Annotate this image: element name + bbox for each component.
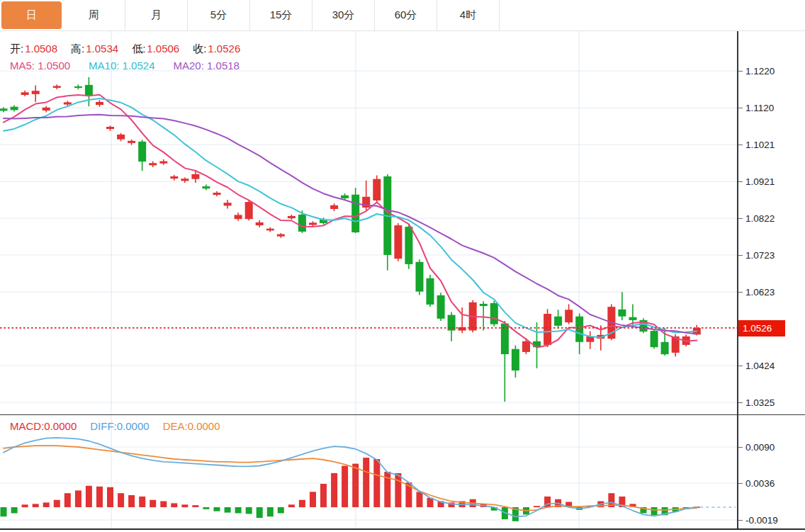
tab-30min[interactable]: 30分: [313, 0, 375, 30]
macd-panel[interactable]: MACD:0.0000 DIFF:0.0000 DEA:0.0000: [0, 414, 737, 529]
open-value: 开:1.0508: [10, 43, 57, 56]
tab-4hour[interactable]: 4时: [437, 0, 500, 30]
tick-mark: [738, 218, 743, 219]
price-tick: 1.1120: [738, 101, 774, 115]
macd-value: MACD:0.0000: [10, 420, 77, 432]
candlestick-chart[interactable]: [0, 31, 737, 414]
tab-15min[interactable]: 15分: [250, 0, 313, 30]
tab-month[interactable]: 月: [125, 0, 188, 30]
diff-value: DIFF:0.0000: [90, 420, 149, 432]
close-value: 收:1.0526: [193, 43, 240, 56]
macd-chart[interactable]: [0, 415, 737, 529]
dea-value: DEA:0.0000: [163, 420, 220, 432]
price-tick: 1.0822: [738, 211, 775, 225]
ohlc-legend: 开:1.0508 高:1.0534 低:1.0506 收:1.0526: [10, 43, 254, 56]
ma5-value: MA5: 1.0500: [10, 60, 70, 72]
tick-mark: [738, 292, 743, 293]
tick-mark: [738, 520, 743, 521]
timeframe-tab-bar: 日周月5分15分30分60分4时: [0, 0, 805, 31]
high-value: 高:1.0534: [71, 43, 118, 56]
tick-mark: [738, 402, 743, 403]
price-tick: 1.1021: [738, 137, 775, 152]
ma20-value: MA20: 1.0518: [174, 60, 240, 72]
macd-value-axis: 0.00900.0036-0.0019: [737, 414, 805, 529]
tick-mark: [738, 181, 743, 182]
price-tick: 1.0325: [738, 395, 775, 409]
ma10-value: MA10: 1.0524: [89, 60, 154, 72]
macd-tick: 0.0036: [738, 476, 775, 490]
tab-5min[interactable]: 5分: [188, 0, 250, 30]
macd-tick: -0.0019: [738, 513, 778, 527]
last-price-tag: 1.0526: [738, 320, 785, 336]
tab-day[interactable]: 日: [1, 1, 62, 29]
macd-tick: 0.0090: [738, 440, 775, 454]
tab-60min[interactable]: 60分: [375, 0, 437, 30]
tick-mark: [738, 447, 743, 448]
main-price-chart[interactable]: 开:1.0508 高:1.0534 低:1.0506 收:1.0526 MA5:…: [0, 31, 737, 414]
tick-mark: [738, 483, 743, 484]
bottom-border: [0, 528, 805, 530]
trading-chart-app: 日周月5分15分30分60分4时 开:1.0508 高:1.0534 低:1.0…: [0, 0, 805, 532]
price-tick: 1.0921: [738, 174, 775, 188]
ma-legend: MA5: 1.0500 MA10: 1.0524 MA20: 1.0518: [10, 60, 258, 72]
price-tick: 1.1220: [738, 64, 775, 78]
price-tick: 1.0424: [738, 358, 775, 373]
tick-mark: [738, 71, 743, 72]
tick-mark: [738, 108, 743, 108]
price-tick: 1.0623: [738, 285, 775, 299]
low-value: 低:1.0506: [132, 43, 179, 56]
tab-week[interactable]: 周: [63, 0, 125, 30]
tick-mark: [738, 366, 743, 366]
tick-mark: [738, 255, 743, 256]
price-axis: 1.12201.11201.10211.09211.08221.07231.06…: [737, 31, 805, 414]
price-tick: 1.0723: [738, 248, 775, 262]
macd-legend: MACD:0.0000 DIFF:0.0000 DEA:0.0000: [10, 420, 234, 432]
tick-mark: [738, 145, 743, 145]
